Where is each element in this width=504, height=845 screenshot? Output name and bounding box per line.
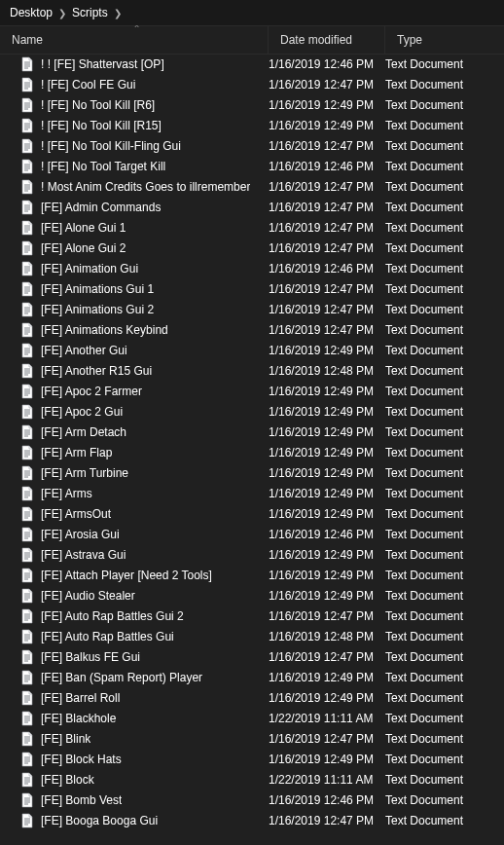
file-row[interactable]: [FE] Arm Detach1/16/2019 12:49 PMText Do…	[0, 422, 504, 442]
file-row[interactable]: [FE] Blink1/16/2019 12:47 PMText Documen…	[0, 728, 504, 749]
file-date: 1/16/2019 12:47 PM	[269, 139, 385, 153]
file-row[interactable]: [FE] Attach Player [Need 2 Tools]1/16/20…	[0, 565, 504, 585]
file-date: 1/16/2019 12:47 PM	[269, 282, 385, 296]
file-type: Text Document	[385, 528, 504, 541]
file-row[interactable]: [FE] Blackhole1/22/2019 11:11 AMText Doc…	[0, 708, 504, 728]
file-row[interactable]: [FE] Another Gui1/16/2019 12:49 PMText D…	[0, 340, 504, 360]
text-document-icon	[19, 424, 35, 440]
column-header-name[interactable]: Name ˄	[0, 26, 269, 54]
file-date: 1/16/2019 12:49 PM	[269, 569, 385, 582]
file-row[interactable]: [FE] Audio Stealer1/16/2019 12:49 PMText…	[0, 585, 504, 606]
file-list[interactable]: ! ! [FE] Shattervast [OP]1/16/2019 12:46…	[0, 54, 504, 845]
file-row[interactable]: [FE] Alone Gui 11/16/2019 12:47 PMText D…	[0, 217, 504, 238]
cell-name: [FE] Arosia Gui	[19, 527, 269, 542]
file-row[interactable]: [FE] Arms1/16/2019 12:49 PMText Document	[0, 483, 504, 503]
file-row[interactable]: [FE] Admin Commands1/16/2019 12:47 PMTex…	[0, 197, 504, 217]
file-type: Text Document	[385, 282, 504, 296]
file-type: Text Document	[385, 487, 504, 500]
file-type: Text Document	[385, 344, 504, 357]
file-row[interactable]: ! Most Anim Credits Goes to illremember1…	[0, 176, 504, 197]
file-name: [FE] Block	[41, 773, 94, 787]
sort-ascending-icon: ˄	[133, 24, 141, 34]
cell-name: [FE] Arm Detach	[19, 424, 269, 440]
file-row[interactable]: [FE] Arm Flap1/16/2019 12:49 PMText Docu…	[0, 442, 504, 462]
file-type: Text Document	[385, 119, 504, 132]
file-date: 1/16/2019 12:47 PM	[269, 201, 385, 214]
text-document-icon	[19, 711, 35, 726]
breadcrumb-part-desktop[interactable]: Desktop	[6, 6, 56, 19]
file-row[interactable]: [FE] Ban (Spam Report) Player1/16/2019 1…	[0, 667, 504, 687]
cell-name: [FE] Animation Gui	[19, 261, 269, 276]
file-row[interactable]: [FE] Balkus FE Gui1/16/2019 12:47 PMText…	[0, 646, 504, 667]
column-header-type[interactable]: Type	[385, 26, 504, 54]
file-name: [FE] Arm Detach	[41, 425, 126, 439]
file-row[interactable]: [FE] Animations Gui 11/16/2019 12:47 PMT…	[0, 278, 504, 299]
text-document-icon	[19, 77, 35, 92]
column-header-name-label: Name	[12, 33, 43, 47]
cell-name: [FE] Bomb Vest	[19, 792, 269, 808]
file-row[interactable]: [FE] Block Hats1/16/2019 12:49 PMText Do…	[0, 749, 504, 769]
file-row[interactable]: [FE] Bomb Vest1/16/2019 12:46 PMText Doc…	[0, 790, 504, 810]
file-row[interactable]: [FE] Arm Turbine1/16/2019 12:49 PMText D…	[0, 462, 504, 483]
cell-name: [FE] Apoc 2 Gui	[19, 404, 269, 420]
text-document-icon	[19, 690, 35, 706]
breadcrumb[interactable]: Desktop ❯ Scripts ❯	[0, 0, 504, 26]
file-type: Text Document	[385, 98, 504, 112]
column-header-date[interactable]: Date modified	[269, 26, 385, 54]
file-name: [FE] Bomb Vest	[41, 793, 122, 807]
file-row[interactable]: [FE] ArmsOut1/16/2019 12:49 PMText Docum…	[0, 503, 504, 524]
file-row[interactable]: [FE] Animations Gui 21/16/2019 12:47 PMT…	[0, 299, 504, 319]
text-document-icon	[19, 302, 35, 317]
file-row[interactable]: ! [FE] No Tool Kill [R15]1/16/2019 12:49…	[0, 115, 504, 135]
file-row[interactable]: ! [FE] No Tool Kill [R6]1/16/2019 12:49 …	[0, 94, 504, 115]
file-row[interactable]: [FE] Another R15 Gui1/16/2019 12:48 PMTe…	[0, 360, 504, 381]
file-row[interactable]: [FE] Alone Gui 21/16/2019 12:47 PMText D…	[0, 238, 504, 258]
file-type: Text Document	[385, 507, 504, 521]
file-date: 1/16/2019 12:49 PM	[269, 487, 385, 500]
file-row[interactable]: [FE] Barrel Roll1/16/2019 12:49 PMText D…	[0, 687, 504, 708]
text-document-icon	[19, 527, 35, 542]
file-row[interactable]: [FE] Arosia Gui1/16/2019 12:46 PMText Do…	[0, 524, 504, 544]
file-name: [FE] Attach Player [Need 2 Tools]	[41, 569, 212, 582]
file-date: 1/16/2019 12:46 PM	[269, 160, 385, 173]
file-row[interactable]: [FE] Apoc 2 Gui1/16/2019 12:49 PMText Do…	[0, 401, 504, 422]
file-row[interactable]: [FE] Booga Booga Gui1/16/2019 12:47 PMTe…	[0, 810, 504, 830]
file-name: [FE] Block Hats	[41, 753, 122, 766]
file-date: 1/16/2019 12:49 PM	[269, 589, 385, 603]
file-row[interactable]: [FE] Block1/22/2019 11:11 AMText Documen…	[0, 769, 504, 790]
text-document-icon	[19, 629, 35, 644]
cell-name: [FE] Animations Gui 1	[19, 281, 269, 297]
file-date: 1/22/2019 11:11 AM	[269, 773, 385, 787]
file-row[interactable]: [FE] Auto Rap Battles Gui 21/16/2019 12:…	[0, 606, 504, 626]
file-row[interactable]: [FE] Astrava Gui1/16/2019 12:49 PMText D…	[0, 544, 504, 565]
file-row[interactable]: ! [FE] No Tool Target Kill1/16/2019 12:4…	[0, 156, 504, 176]
file-type: Text Document	[385, 753, 504, 766]
file-name: [FE] Animation Gui	[41, 262, 138, 276]
cell-name: [FE] Ban (Spam Report) Player	[19, 670, 269, 685]
file-name: [FE] Audio Stealer	[41, 589, 135, 603]
file-date: 1/16/2019 12:49 PM	[269, 548, 385, 562]
file-row[interactable]: [FE] Animation Gui1/16/2019 12:46 PMText…	[0, 258, 504, 278]
file-row[interactable]: ! ! [FE] Shattervast [OP]1/16/2019 12:46…	[0, 54, 504, 74]
cell-name: [FE] Booga Booga Gui	[19, 813, 269, 828]
file-row[interactable]: [FE] Apoc 2 Farmer1/16/2019 12:49 PMText…	[0, 381, 504, 401]
text-document-icon	[19, 792, 35, 808]
file-date: 1/16/2019 12:49 PM	[269, 446, 385, 459]
file-type: Text Document	[385, 303, 504, 316]
text-document-icon	[19, 159, 35, 174]
file-type: Text Document	[385, 180, 504, 194]
text-document-icon	[19, 649, 35, 665]
breadcrumb-part-scripts[interactable]: Scripts	[68, 6, 112, 19]
text-document-icon	[19, 813, 35, 828]
file-row[interactable]: ! [FE] No Tool Kill-Fling Gui1/16/2019 1…	[0, 135, 504, 156]
chevron-right-icon[interactable]: ❯	[112, 8, 124, 18]
cell-name: ! [FE] No Tool Kill [R6]	[19, 97, 269, 113]
file-row[interactable]: [FE] Auto Rap Battles Gui1/16/2019 12:48…	[0, 626, 504, 646]
chevron-right-icon[interactable]: ❯	[56, 8, 68, 18]
file-type: Text Document	[385, 548, 504, 562]
cell-name: [FE] Auto Rap Battles Gui 2	[19, 608, 269, 624]
file-row[interactable]: [FE] Animations Keybind1/16/2019 12:47 P…	[0, 319, 504, 340]
text-document-icon	[19, 506, 35, 522]
file-date: 1/22/2019 11:11 AM	[269, 712, 385, 725]
file-row[interactable]: ! [FE] Cool FE Gui1/16/2019 12:47 PMText…	[0, 74, 504, 94]
